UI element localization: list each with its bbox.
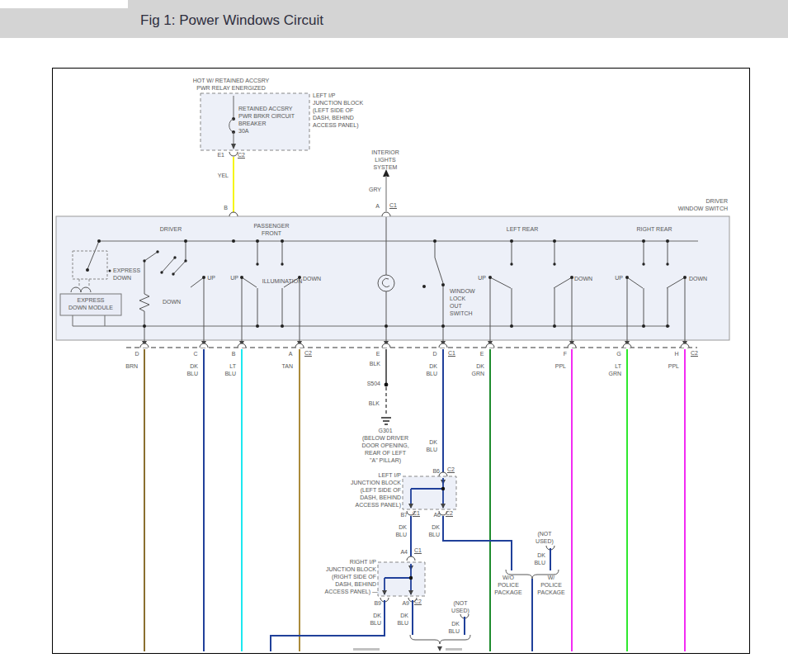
wire-dkgrn-b: GRN [471, 371, 484, 377]
not-used-1b: USED) [536, 538, 554, 545]
wire-dkblu4-a: DK [399, 524, 407, 531]
ground-loc-1: (BELOW DRIVER [362, 435, 408, 442]
right-ip-jb-4: DASH, BEHIND [335, 581, 376, 588]
wire-dkblu5-a: DK [432, 524, 440, 531]
wire-ltgrn-a: LT [615, 363, 621, 370]
wo-police-3: PACKAGE [494, 589, 521, 596]
right-ip-jb-3: (RIGHT SIDE OF [332, 574, 376, 580]
switch-title-1: DRIVER [706, 198, 728, 205]
interior-lights-branch [383, 169, 389, 211]
conn-c2-a9: C2 [414, 599, 422, 605]
wiring-schematic [0, 0, 788, 672]
lockout-4: SWITCH [450, 310, 473, 317]
w-police-3: PACKAGE [537, 589, 564, 596]
right-rear-down-label: DOWN [689, 276, 707, 282]
passenger-up-label: UP [230, 275, 238, 282]
w-police-1: W/ [548, 575, 555, 581]
left-ip-jb2-1: LEFT I/P [379, 472, 402, 479]
breaker-name-1: RETAINED ACCSRY [238, 106, 292, 112]
truncated-text-sliver [446, 648, 462, 651]
left-ip-jb-4: DASH, BEHIND [313, 115, 354, 121]
section-passenger-1: PASSENGER [253, 223, 289, 230]
wire-gry-label: GRY [369, 187, 381, 193]
conn-c2-breaker: C2 [238, 152, 245, 159]
pin-exit-arrows [142, 341, 687, 346]
switch-title-2: WINDOW SWITCH [678, 206, 728, 212]
pin-h-c2: H [674, 351, 678, 357]
pin-a-top: A [375, 203, 380, 210]
left-ip-jb2-4: DASH, BEHIND [360, 495, 401, 501]
connector-row [126, 343, 697, 348]
left-ip-jb-1: LEFT I/P [313, 92, 336, 99]
dkblu-junction-chain [271, 349, 559, 651]
not-used-2a: (NOT [453, 600, 467, 607]
connector-arc-breaker [229, 152, 238, 156]
wire-yel-label: YEL [218, 173, 229, 179]
interior-lights-1: INTERIOR [371, 149, 399, 156]
interior-lights-3: SYSTEM [374, 164, 398, 171]
driver-down-label: DOWN [163, 299, 181, 305]
pin-c-c2: C [193, 351, 197, 357]
pin-d-c1: D [432, 351, 436, 357]
wire-dkblu4-b: BLU [395, 532, 407, 538]
wire-dkblu3-b: BLU [426, 447, 437, 453]
wire-dkblu2-b: BLU [426, 371, 437, 377]
wire-dkblu7-b: BLU [397, 620, 408, 627]
ground-g301: G301 [378, 428, 392, 434]
wire-dkblu6-b: BLU [370, 620, 381, 627]
truncated-text-sliver [353, 648, 380, 651]
wire-dkblu8-b: BLU [534, 560, 545, 566]
express-module-2: DOWN MODULE [68, 305, 113, 311]
section-driver: DRIVER [160, 226, 182, 233]
wo-police-2: POLICE [498, 582, 519, 589]
pin-b7: B7 [400, 512, 408, 518]
conn-c2-b6: C2 [447, 466, 455, 473]
wire-dkgrn-a: DK [476, 363, 484, 370]
wire-dkblu3-a: DK [429, 439, 437, 446]
conn-c1-a4: C1 [414, 547, 422, 554]
power-windows-wiring-page: Fig 1: Power Windows Circuit [0, 0, 788, 672]
passenger-down-label: DOWN [303, 276, 321, 282]
right-ip-jb-1: RIGHT I/P [350, 559, 376, 566]
left-ip-jb2-2: JUNCTION BLOCK [351, 480, 401, 486]
pin-d-c2: D [134, 351, 139, 357]
wire-ltblu-a: LT [229, 363, 236, 370]
breaker-name-3: BREAKER [238, 121, 266, 127]
splice-s504: S504 [367, 381, 380, 387]
conn-c1-top: C1 [389, 202, 397, 209]
wire-dkblu2-a: DK [429, 363, 437, 370]
not-used-2b: USED) [451, 608, 469, 614]
section-passenger-2: FRONT [262, 230, 281, 237]
interior-lights-2: LIGHTS [375, 157, 395, 163]
hot-feed-line1: HOT W/ RETAINED ACCSRY [193, 78, 270, 84]
ground-loc-3: REAR OF LEFT [365, 450, 406, 457]
left-rear-down-label: DOWN [574, 276, 592, 282]
pin-a4: A4 [400, 549, 408, 556]
wire-blk2-label: BLK [369, 400, 380, 407]
wire-ltgrn-b: GRN [608, 371, 621, 377]
pin-e-c1: E [376, 351, 380, 357]
wire-dkblu1-a: DK [190, 363, 198, 370]
lockout-2: LOCK [450, 296, 465, 302]
right-ip-jb-2: JUNCTION BLOCK [326, 566, 376, 573]
pin-e1: E1 [217, 152, 224, 159]
pin-f-c2: F [564, 351, 567, 357]
wire-ltblu-b: BLU [224, 371, 236, 377]
wire-dkblu6-a: DK [373, 613, 381, 619]
left-ip-jb2-3: (LEFT SIDE OF [361, 487, 401, 494]
wire-dkblu7-a: DK [400, 613, 408, 619]
breaker-name-2: PWR BRKR CIRCUIT [238, 113, 295, 120]
left-rear-up-label: UP [478, 275, 486, 282]
wire-dkblu9-a: DK [451, 621, 460, 627]
right-ip-jb-5: ACCESS PANEL) — [325, 589, 378, 595]
splice-dot-s504 [385, 383, 389, 387]
wire-blk-label: BLK [370, 361, 380, 367]
lockout-1: WINDOW [450, 288, 475, 295]
left-ip-jb-3: (LEFT SIDE OF [313, 107, 353, 114]
conn-c1-row: C1 [448, 350, 455, 357]
wo-police-1: W/O [503, 575, 514, 581]
pin-a6: A6 [433, 512, 441, 518]
left-ip-jb2-5: ACCESS PANEL) [356, 502, 402, 509]
express-down-1: EXPRESS [113, 267, 140, 274]
pin-b-c2: B [232, 351, 236, 357]
